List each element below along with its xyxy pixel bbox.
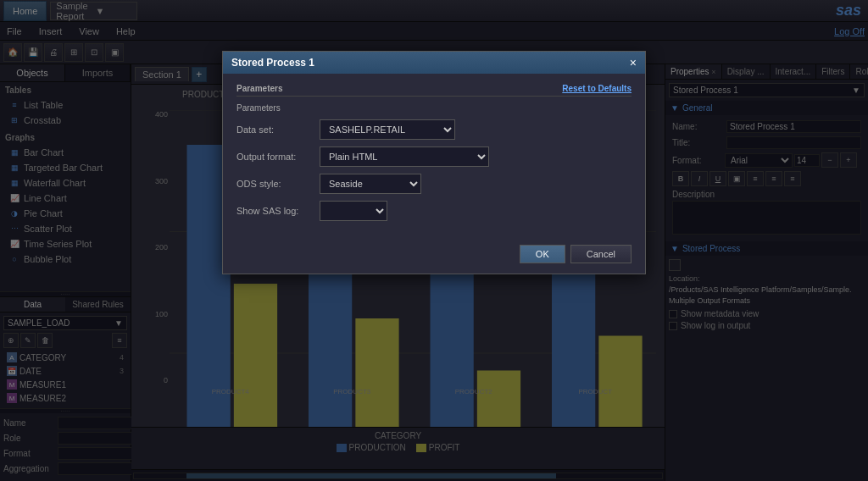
dialog-title-bar: Stored Process 1 × — [223, 52, 645, 74]
dialog-ods-style-select[interactable]: Seaside — [320, 174, 421, 194]
dialog-cancel-button[interactable]: Cancel — [570, 245, 632, 263]
dialog-dataset-select[interactable]: SASHELP.RETAIL — [320, 119, 455, 140]
dialog-show-sas-log-label: Show SAS log: — [236, 206, 313, 216]
dialog-content: Parameters Reset to Defaults Parameters … — [223, 74, 645, 238]
dialog-reset-button[interactable]: Reset to Defaults — [562, 84, 632, 93]
dialog-dataset-label: Data set: — [236, 124, 313, 135]
dialog-output-format-label: Output format: — [236, 152, 313, 162]
dialog-dataset-row: Data set: SASHELP.RETAIL — [236, 119, 632, 140]
dialog-close-button[interactable]: × — [630, 56, 637, 69]
dialog-overlay: Stored Process 1 × Parameters Reset to D… — [0, 0, 868, 481]
dialog-show-sas-log-row: Show SAS log: — [236, 201, 632, 221]
dialog-output-format-select[interactable]: Plain HTML — [320, 147, 489, 167]
dialog-title: Stored Process 1 — [231, 57, 314, 69]
dialog-button-row: OK Cancel — [223, 238, 645, 274]
dialog-ok-button[interactable]: OK — [520, 245, 565, 263]
dialog-ods-style-label: ODS style: — [236, 179, 313, 189]
dialog-params-subtitle: Parameters — [236, 103, 632, 113]
dialog-ods-style-row: ODS style: Seaside — [236, 174, 632, 194]
dialog-show-sas-log-select[interactable] — [320, 201, 387, 221]
dialog-output-format-row: Output format: Plain HTML — [236, 147, 632, 167]
dialog-params-title: Parameters — [236, 84, 282, 93]
dialog-params-header: Parameters Reset to Defaults — [236, 84, 632, 97]
stored-process-dialog: Stored Process 1 × Parameters Reset to D… — [222, 51, 646, 274]
